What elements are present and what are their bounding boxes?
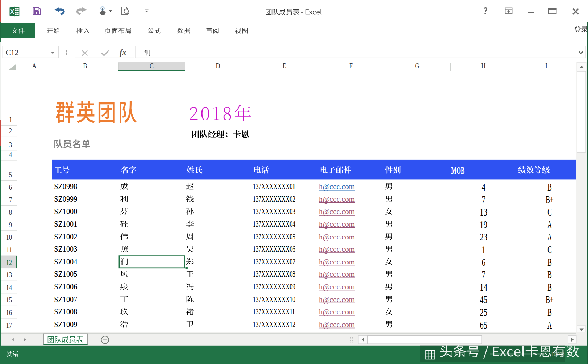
svg-text:137XXXXXXX12: 137XXXXXXX12 — [253, 320, 295, 329]
svg-text:D: D — [216, 62, 220, 70]
svg-text:1: 1 — [482, 243, 485, 256]
svg-text:137XXXXXXX05: 137XXXXXXX05 — [253, 232, 295, 241]
svg-text:MOB: MOB — [451, 165, 465, 176]
svg-text:C12: C12 — [6, 48, 19, 57]
svg-text:137XXXXXXX06: 137XXXXXXX06 — [253, 244, 295, 254]
svg-text:SZ0999: SZ0999 — [54, 194, 77, 204]
svg-text:C: C — [547, 243, 552, 255]
svg-text:h@ccc.com: h@ccc.com — [319, 295, 355, 304]
svg-text:137XXXXXXX08: 137XXXXXXX08 — [253, 269, 295, 279]
svg-text:137XXXXXXX11: 137XXXXXXX11 — [253, 307, 295, 316]
svg-text:h@ccc.com: h@ccc.com — [319, 258, 355, 266]
svg-text:B+: B+ — [546, 193, 553, 205]
svg-text:7: 7 — [9, 196, 12, 204]
svg-text:SZ1004: SZ1004 — [54, 257, 77, 266]
svg-text:C: C — [150, 62, 154, 70]
svg-text:6: 6 — [9, 184, 12, 192]
svg-text:F: F — [349, 62, 353, 70]
svg-text:h@ccc.com: h@ccc.com — [319, 320, 355, 329]
svg-text:45: 45 — [480, 294, 487, 306]
svg-text:15: 15 — [6, 296, 12, 304]
svg-text:I: I — [545, 62, 547, 70]
svg-text:X: X — [10, 8, 14, 15]
svg-text:14: 14 — [6, 284, 12, 292]
svg-text:h@ccc.com: h@ccc.com — [319, 182, 355, 191]
svg-text:11: 11 — [6, 246, 12, 254]
svg-text:137XXXXXXX03: 137XXXXXXX03 — [253, 207, 295, 216]
svg-text:G: G — [415, 62, 420, 70]
svg-text:SZ1005: SZ1005 — [54, 269, 77, 279]
svg-text:A: A — [32, 62, 37, 70]
svg-text:9: 9 — [9, 221, 12, 229]
svg-text:12: 12 — [6, 259, 12, 267]
svg-text:65: 65 — [480, 319, 487, 331]
svg-text:h@ccc.com: h@ccc.com — [319, 233, 355, 241]
svg-text:2: 2 — [9, 127, 12, 135]
svg-text:5: 5 — [9, 171, 12, 179]
svg-text:SZ1003: SZ1003 — [54, 244, 77, 254]
svg-text:SZ1001: SZ1001 — [54, 219, 77, 229]
svg-text:B: B — [547, 281, 552, 293]
svg-text:25: 25 — [480, 306, 487, 318]
svg-text:16: 16 — [6, 309, 12, 317]
svg-text:137XXXXXXX07: 137XXXXXXX07 — [253, 257, 295, 266]
svg-text:fx: fx — [120, 48, 126, 57]
svg-text:h@ccc.com: h@ccc.com — [319, 283, 355, 291]
svg-text:8: 8 — [9, 209, 12, 217]
svg-text:6: 6 — [482, 256, 485, 268]
svg-text:h@ccc.com: h@ccc.com — [319, 220, 355, 229]
svg-text:23: 23 — [480, 231, 487, 243]
svg-text:B: B — [547, 181, 552, 193]
svg-text:SZ0998: SZ0998 — [54, 182, 77, 191]
svg-text:7: 7 — [482, 193, 485, 206]
svg-text:SZ1000: SZ1000 — [54, 207, 77, 216]
svg-text:C: C — [547, 206, 552, 218]
svg-text:19: 19 — [480, 218, 487, 231]
svg-text:4: 4 — [482, 181, 485, 193]
svg-text:B: B — [83, 62, 87, 70]
svg-text:13: 13 — [6, 271, 12, 279]
svg-text:h@ccc.com: h@ccc.com — [319, 245, 355, 254]
svg-text:H: H — [481, 62, 486, 70]
svg-text:h@ccc.com: h@ccc.com — [319, 307, 355, 316]
svg-text:SZ1006: SZ1006 — [54, 282, 77, 291]
svg-text:137XXXXXXX01: 137XXXXXXX01 — [253, 182, 295, 191]
svg-text:h@ccc.com: h@ccc.com — [319, 270, 355, 279]
svg-text:A: A — [547, 319, 552, 331]
svg-text:SZ1008: SZ1008 — [54, 307, 77, 316]
svg-text:SZ1009: SZ1009 — [54, 320, 77, 329]
svg-text:A: A — [547, 231, 552, 243]
svg-text:B: B — [547, 268, 552, 280]
svg-text:14: 14 — [480, 281, 488, 293]
svg-text:h@ccc.com: h@ccc.com — [319, 195, 355, 204]
svg-text:B: B — [547, 306, 552, 318]
svg-text:B: B — [547, 256, 552, 268]
svg-text:137XXXXXXX02: 137XXXXXXX02 — [253, 194, 295, 204]
svg-text:137XXXXXXX04: 137XXXXXXX04 — [253, 219, 295, 229]
svg-text:17: 17 — [6, 321, 12, 329]
svg-text:B+: B+ — [546, 293, 553, 305]
svg-text:A: A — [547, 218, 552, 230]
svg-text:h@ccc.com: h@ccc.com — [319, 207, 355, 216]
svg-text:137XXXXXXX09: 137XXXXXXX09 — [253, 282, 295, 291]
svg-text:1: 1 — [9, 116, 12, 124]
svg-text:10: 10 — [6, 234, 12, 242]
svg-text:137XXXXXXX10: 137XXXXXXX10 — [253, 295, 295, 304]
svg-text:4: 4 — [9, 151, 12, 159]
svg-text:SZ1007: SZ1007 — [54, 294, 77, 304]
svg-text:13: 13 — [480, 206, 487, 218]
svg-text:SZ1002: SZ1002 — [54, 232, 77, 241]
svg-text:3: 3 — [9, 141, 12, 149]
svg-text:E: E — [283, 62, 286, 70]
svg-text:7: 7 — [482, 268, 485, 281]
